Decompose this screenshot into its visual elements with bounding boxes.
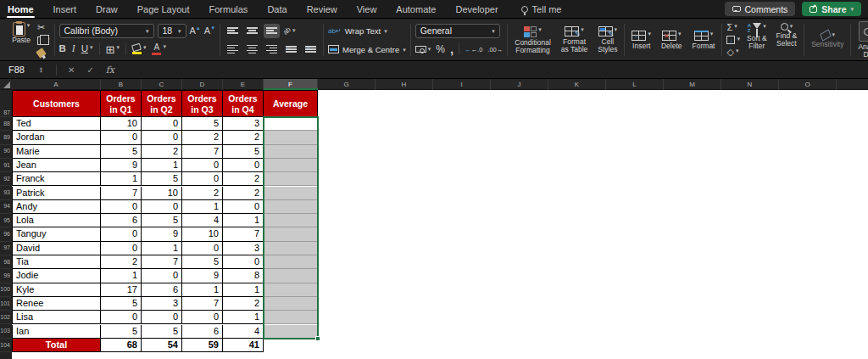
cell-A97[interactable]: David	[12, 242, 101, 255]
cell-E92[interactable]: 2	[223, 172, 264, 186]
select-all-corner[interactable]	[0, 79, 12, 90]
column-header-partial[interactable]	[837, 79, 868, 90]
cell-F103[interactable]	[264, 325, 318, 339]
cell-F96[interactable]	[264, 227, 318, 241]
column-header-N[interactable]: N	[721, 79, 779, 90]
align-right-button[interactable]	[264, 42, 280, 57]
analyse-data-button[interactable]: AnalyseData	[855, 21, 868, 59]
cell-E87[interactable]: Ordersin Q4	[223, 90, 264, 117]
cell-F87[interactable]: Average	[264, 90, 318, 117]
cell-C95[interactable]: 5	[142, 214, 182, 227]
enter-check-icon[interactable]: ✓	[86, 65, 93, 75]
underline-button[interactable]: U ▾	[81, 44, 93, 54]
cell-A89[interactable]: Jordan	[12, 131, 101, 144]
cell-B103[interactable]: 5	[101, 325, 142, 339]
bold-button[interactable]: B	[59, 44, 66, 54]
menu-tab-developer[interactable]: Developer	[454, 2, 498, 17]
orientation-button[interactable]: ab ▾	[283, 27, 295, 35]
menu-tab-draw[interactable]: Draw	[95, 2, 119, 17]
cell-E99[interactable]: 8	[223, 269, 264, 283]
cell-D93[interactable]: 2	[182, 187, 223, 200]
cell-C99[interactable]: 0	[142, 269, 182, 283]
column-header-J[interactable]: J	[491, 79, 548, 90]
cell-F90[interactable]	[264, 145, 318, 159]
cell-B96[interactable]: 0	[101, 227, 142, 241]
number-format-select[interactable]: General ▾	[415, 24, 500, 38]
italic-button[interactable]: I	[72, 44, 75, 54]
cell-C89[interactable]: 0	[142, 131, 182, 144]
merge-centre-button[interactable]: Merge & Centre ▾	[328, 41, 406, 58]
cell-C101[interactable]: 3	[142, 297, 182, 311]
cell-F89[interactable]	[264, 131, 318, 144]
row-header-97[interactable]: 97	[0, 242, 12, 255]
cell-F98[interactable]	[264, 255, 318, 269]
cell-D101[interactable]: 7	[182, 297, 223, 311]
align-bottom-button[interactable]	[264, 24, 280, 38]
cell-C98[interactable]: 7	[142, 255, 182, 269]
cell-C94[interactable]: 0	[142, 200, 182, 214]
cell-E89[interactable]: 2	[223, 131, 264, 144]
cell-B93[interactable]: 7	[101, 187, 142, 200]
cell-E90[interactable]: 5	[223, 145, 264, 159]
cell-B104[interactable]: 68	[101, 339, 142, 353]
cell-D96[interactable]: 10	[182, 227, 223, 241]
delete-cells-button[interactable]: ✕ ▾ Delete	[659, 31, 685, 50]
cell-A95[interactable]: Lola	[12, 214, 101, 227]
menu-tab-view[interactable]: View	[356, 2, 378, 17]
cell-B90[interactable]: 5	[101, 145, 142, 159]
insert-function-icon[interactable]: fx	[106, 65, 114, 76]
cell-E88[interactable]: 3	[223, 117, 264, 131]
cell-C90[interactable]: 2	[142, 145, 182, 159]
menu-tab-formulas[interactable]: Formulas	[209, 2, 249, 17]
sort-filter-button[interactable]: AZ ▾ Sort &Filter	[744, 23, 770, 57]
sensitivity-button[interactable]: ▾ Sensitivity	[809, 31, 846, 48]
cell-A92[interactable]: Franck	[12, 172, 101, 186]
cell-E93[interactable]: 2	[223, 187, 264, 200]
cell-C93[interactable]: 10	[142, 187, 182, 200]
column-header-K[interactable]: K	[548, 79, 606, 90]
cell-D102[interactable]: 0	[182, 311, 223, 324]
column-header-H[interactable]: H	[376, 79, 433, 90]
comma-format-button[interactable]: ,	[450, 46, 453, 53]
cell-F94[interactable]	[264, 200, 318, 214]
cell-A104[interactable]: Total	[12, 339, 101, 353]
column-header-B[interactable]: B	[101, 79, 142, 90]
cell-D104[interactable]: 59	[182, 339, 223, 353]
cell-E97[interactable]: 3	[223, 242, 264, 255]
cell-B94[interactable]: 0	[101, 200, 142, 214]
cell-E104[interactable]: 41	[223, 339, 264, 353]
row-header-92[interactable]: 92	[0, 172, 12, 186]
row-header-99[interactable]: 99	[0, 269, 12, 283]
row-header-87[interactable]: 87	[0, 90, 12, 117]
cell-D88[interactable]: 5	[182, 117, 223, 131]
cell-F102[interactable]	[264, 311, 318, 324]
row-header-90[interactable]: 90	[0, 145, 12, 159]
row-header-100[interactable]: 100	[0, 283, 12, 297]
cancel-icon[interactable]: ✕	[68, 65, 75, 75]
share-button[interactable]: Share ▾	[802, 2, 861, 16]
menu-tab-data[interactable]: Data	[266, 2, 287, 17]
row-header-103[interactable]: 103	[0, 325, 12, 339]
fill-button[interactable]: ↓ ▾	[726, 36, 740, 44]
cell-E91[interactable]: 0	[223, 159, 264, 172]
cell-B87[interactable]: Ordersin Q1	[101, 90, 142, 117]
cell-F92[interactable]	[264, 172, 318, 186]
currency-format-button[interactable]: ▾	[415, 46, 431, 53]
format-as-table-button[interactable]: ✎ ▾ Formatas Table	[559, 26, 591, 54]
cell-A100[interactable]: Kyle	[12, 283, 101, 297]
clear-button[interactable]: ◇ ▾	[726, 48, 740, 57]
font-size-select[interactable]: 18 ▾	[158, 24, 186, 38]
row-header-89[interactable]: 89	[0, 131, 12, 144]
borders-button[interactable]: ⊞ ▾	[106, 44, 120, 55]
cell-A94[interactable]: Andy	[12, 200, 101, 214]
format-painter-icon[interactable]	[36, 48, 47, 59]
cell-F101[interactable]	[264, 297, 318, 311]
cell-F88[interactable]	[264, 117, 318, 131]
cell-C91[interactable]: 1	[142, 159, 182, 172]
align-left-button[interactable]	[225, 42, 241, 57]
decrease-font-size-button[interactable]: A▼	[204, 25, 215, 36]
row-header-101[interactable]: 101	[0, 297, 12, 311]
font-name-select[interactable]: Calibri (Body) ▾	[59, 24, 154, 38]
cell-C104[interactable]: 54	[142, 339, 182, 353]
row-header-88[interactable]: 88	[0, 117, 12, 131]
